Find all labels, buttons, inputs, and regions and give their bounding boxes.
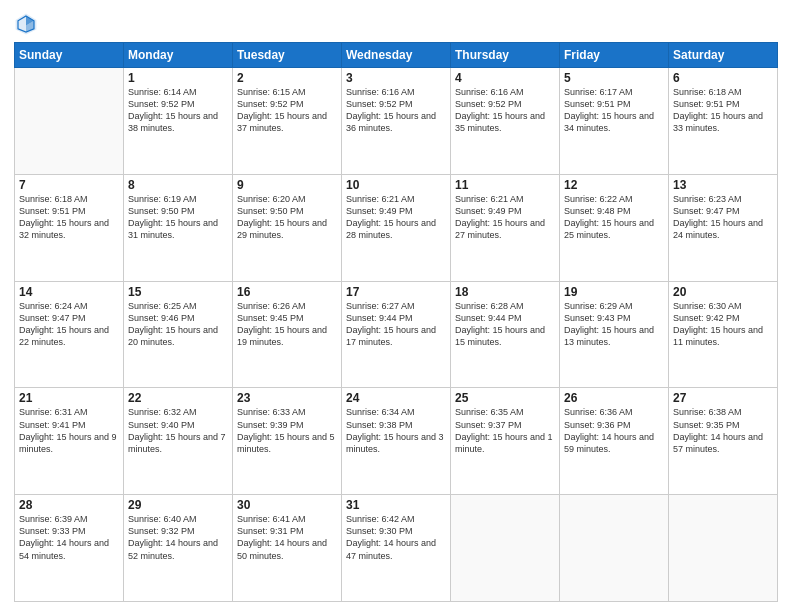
- calendar-cell: 27Sunrise: 6:38 AM Sunset: 9:35 PM Dayli…: [669, 388, 778, 495]
- day-number: 24: [346, 391, 446, 405]
- calendar-cell: [669, 495, 778, 602]
- day-number: 2: [237, 71, 337, 85]
- calendar-cell: 1Sunrise: 6:14 AM Sunset: 9:52 PM Daylig…: [124, 68, 233, 175]
- cell-info: Sunrise: 6:35 AM Sunset: 9:37 PM Dayligh…: [455, 406, 555, 455]
- calendar-table: SundayMondayTuesdayWednesdayThursdayFrid…: [14, 42, 778, 602]
- cell-info: Sunrise: 6:26 AM Sunset: 9:45 PM Dayligh…: [237, 300, 337, 349]
- day-number: 19: [564, 285, 664, 299]
- calendar-cell: [15, 68, 124, 175]
- day-number: 26: [564, 391, 664, 405]
- day-number: 15: [128, 285, 228, 299]
- day-number: 4: [455, 71, 555, 85]
- calendar-cell: 14Sunrise: 6:24 AM Sunset: 9:47 PM Dayli…: [15, 281, 124, 388]
- cell-info: Sunrise: 6:31 AM Sunset: 9:41 PM Dayligh…: [19, 406, 119, 455]
- calendar-cell: 22Sunrise: 6:32 AM Sunset: 9:40 PM Dayli…: [124, 388, 233, 495]
- calendar-cell: 13Sunrise: 6:23 AM Sunset: 9:47 PM Dayli…: [669, 174, 778, 281]
- cell-info: Sunrise: 6:42 AM Sunset: 9:30 PM Dayligh…: [346, 513, 446, 562]
- cell-info: Sunrise: 6:30 AM Sunset: 9:42 PM Dayligh…: [673, 300, 773, 349]
- calendar-cell: 24Sunrise: 6:34 AM Sunset: 9:38 PM Dayli…: [342, 388, 451, 495]
- day-number: 1: [128, 71, 228, 85]
- cell-info: Sunrise: 6:29 AM Sunset: 9:43 PM Dayligh…: [564, 300, 664, 349]
- calendar-cell: 23Sunrise: 6:33 AM Sunset: 9:39 PM Dayli…: [233, 388, 342, 495]
- day-number: 20: [673, 285, 773, 299]
- cell-info: Sunrise: 6:23 AM Sunset: 9:47 PM Dayligh…: [673, 193, 773, 242]
- cell-info: Sunrise: 6:40 AM Sunset: 9:32 PM Dayligh…: [128, 513, 228, 562]
- calendar-header-row: SundayMondayTuesdayWednesdayThursdayFrid…: [15, 43, 778, 68]
- day-number: 31: [346, 498, 446, 512]
- calendar-cell: 11Sunrise: 6:21 AM Sunset: 9:49 PM Dayli…: [451, 174, 560, 281]
- day-number: 5: [564, 71, 664, 85]
- day-number: 7: [19, 178, 119, 192]
- calendar-cell: 5Sunrise: 6:17 AM Sunset: 9:51 PM Daylig…: [560, 68, 669, 175]
- logo-icon: [14, 12, 38, 36]
- day-number: 29: [128, 498, 228, 512]
- calendar-week-2: 7Sunrise: 6:18 AM Sunset: 9:51 PM Daylig…: [15, 174, 778, 281]
- day-number: 9: [237, 178, 337, 192]
- calendar-cell: [451, 495, 560, 602]
- day-number: 3: [346, 71, 446, 85]
- calendar-week-1: 1Sunrise: 6:14 AM Sunset: 9:52 PM Daylig…: [15, 68, 778, 175]
- page: SundayMondayTuesdayWednesdayThursdayFrid…: [0, 0, 792, 612]
- cell-info: Sunrise: 6:38 AM Sunset: 9:35 PM Dayligh…: [673, 406, 773, 455]
- day-number: 21: [19, 391, 119, 405]
- cell-info: Sunrise: 6:27 AM Sunset: 9:44 PM Dayligh…: [346, 300, 446, 349]
- cell-info: Sunrise: 6:16 AM Sunset: 9:52 PM Dayligh…: [346, 86, 446, 135]
- day-number: 22: [128, 391, 228, 405]
- calendar-cell: 20Sunrise: 6:30 AM Sunset: 9:42 PM Dayli…: [669, 281, 778, 388]
- calendar-cell: 7Sunrise: 6:18 AM Sunset: 9:51 PM Daylig…: [15, 174, 124, 281]
- day-number: 10: [346, 178, 446, 192]
- cell-info: Sunrise: 6:33 AM Sunset: 9:39 PM Dayligh…: [237, 406, 337, 455]
- cell-info: Sunrise: 6:28 AM Sunset: 9:44 PM Dayligh…: [455, 300, 555, 349]
- calendar-cell: 29Sunrise: 6:40 AM Sunset: 9:32 PM Dayli…: [124, 495, 233, 602]
- calendar-header-thursday: Thursday: [451, 43, 560, 68]
- cell-info: Sunrise: 6:41 AM Sunset: 9:31 PM Dayligh…: [237, 513, 337, 562]
- calendar-week-4: 21Sunrise: 6:31 AM Sunset: 9:41 PM Dayli…: [15, 388, 778, 495]
- day-number: 14: [19, 285, 119, 299]
- calendar-header-monday: Monday: [124, 43, 233, 68]
- calendar-cell: 25Sunrise: 6:35 AM Sunset: 9:37 PM Dayli…: [451, 388, 560, 495]
- cell-info: Sunrise: 6:20 AM Sunset: 9:50 PM Dayligh…: [237, 193, 337, 242]
- calendar-cell: 28Sunrise: 6:39 AM Sunset: 9:33 PM Dayli…: [15, 495, 124, 602]
- cell-info: Sunrise: 6:39 AM Sunset: 9:33 PM Dayligh…: [19, 513, 119, 562]
- header: [14, 10, 778, 36]
- calendar-cell: 15Sunrise: 6:25 AM Sunset: 9:46 PM Dayli…: [124, 281, 233, 388]
- calendar-week-5: 28Sunrise: 6:39 AM Sunset: 9:33 PM Dayli…: [15, 495, 778, 602]
- calendar-cell: 10Sunrise: 6:21 AM Sunset: 9:49 PM Dayli…: [342, 174, 451, 281]
- calendar-cell: 18Sunrise: 6:28 AM Sunset: 9:44 PM Dayli…: [451, 281, 560, 388]
- cell-info: Sunrise: 6:25 AM Sunset: 9:46 PM Dayligh…: [128, 300, 228, 349]
- calendar-cell: 31Sunrise: 6:42 AM Sunset: 9:30 PM Dayli…: [342, 495, 451, 602]
- cell-info: Sunrise: 6:18 AM Sunset: 9:51 PM Dayligh…: [19, 193, 119, 242]
- cell-info: Sunrise: 6:16 AM Sunset: 9:52 PM Dayligh…: [455, 86, 555, 135]
- cell-info: Sunrise: 6:21 AM Sunset: 9:49 PM Dayligh…: [455, 193, 555, 242]
- calendar-cell: 6Sunrise: 6:18 AM Sunset: 9:51 PM Daylig…: [669, 68, 778, 175]
- cell-info: Sunrise: 6:19 AM Sunset: 9:50 PM Dayligh…: [128, 193, 228, 242]
- cell-info: Sunrise: 6:21 AM Sunset: 9:49 PM Dayligh…: [346, 193, 446, 242]
- calendar-cell: 16Sunrise: 6:26 AM Sunset: 9:45 PM Dayli…: [233, 281, 342, 388]
- calendar-week-3: 14Sunrise: 6:24 AM Sunset: 9:47 PM Dayli…: [15, 281, 778, 388]
- calendar-header-wednesday: Wednesday: [342, 43, 451, 68]
- calendar-cell: 8Sunrise: 6:19 AM Sunset: 9:50 PM Daylig…: [124, 174, 233, 281]
- calendar-cell: 4Sunrise: 6:16 AM Sunset: 9:52 PM Daylig…: [451, 68, 560, 175]
- cell-info: Sunrise: 6:34 AM Sunset: 9:38 PM Dayligh…: [346, 406, 446, 455]
- calendar-cell: 30Sunrise: 6:41 AM Sunset: 9:31 PM Dayli…: [233, 495, 342, 602]
- cell-info: Sunrise: 6:36 AM Sunset: 9:36 PM Dayligh…: [564, 406, 664, 455]
- calendar-cell: 19Sunrise: 6:29 AM Sunset: 9:43 PM Dayli…: [560, 281, 669, 388]
- calendar-cell: 21Sunrise: 6:31 AM Sunset: 9:41 PM Dayli…: [15, 388, 124, 495]
- calendar-cell: 12Sunrise: 6:22 AM Sunset: 9:48 PM Dayli…: [560, 174, 669, 281]
- cell-info: Sunrise: 6:15 AM Sunset: 9:52 PM Dayligh…: [237, 86, 337, 135]
- day-number: 27: [673, 391, 773, 405]
- calendar-header-saturday: Saturday: [669, 43, 778, 68]
- cell-info: Sunrise: 6:18 AM Sunset: 9:51 PM Dayligh…: [673, 86, 773, 135]
- day-number: 18: [455, 285, 555, 299]
- calendar-header-sunday: Sunday: [15, 43, 124, 68]
- calendar-header-tuesday: Tuesday: [233, 43, 342, 68]
- calendar-cell: 26Sunrise: 6:36 AM Sunset: 9:36 PM Dayli…: [560, 388, 669, 495]
- cell-info: Sunrise: 6:14 AM Sunset: 9:52 PM Dayligh…: [128, 86, 228, 135]
- logo: [14, 14, 40, 36]
- day-number: 30: [237, 498, 337, 512]
- calendar-cell: [560, 495, 669, 602]
- day-number: 13: [673, 178, 773, 192]
- day-number: 11: [455, 178, 555, 192]
- day-number: 17: [346, 285, 446, 299]
- cell-info: Sunrise: 6:24 AM Sunset: 9:47 PM Dayligh…: [19, 300, 119, 349]
